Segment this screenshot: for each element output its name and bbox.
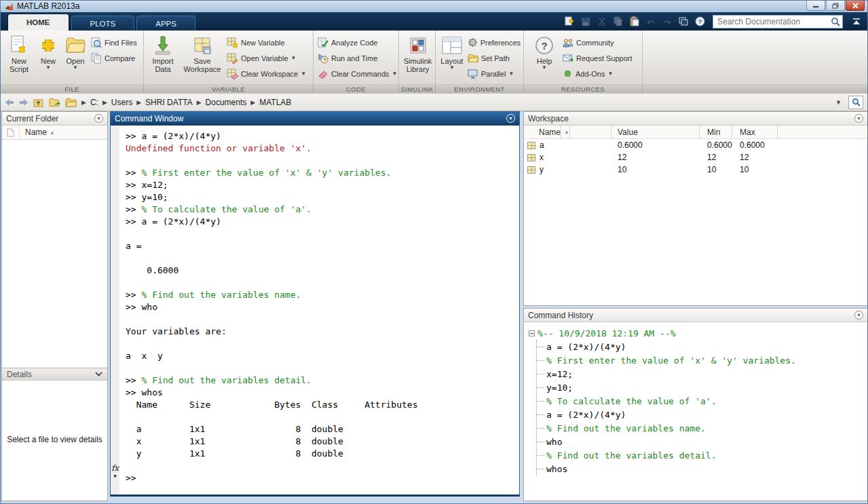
- browse-folder-icon[interactable]: [49, 98, 60, 107]
- fx-function-hints-icon[interactable]: fx▼: [111, 465, 119, 480]
- history-command-row[interactable]: % First enter the value of 'x' & 'y' var…: [537, 353, 867, 367]
- parallel-monitor-icon: [468, 69, 478, 79]
- history-command-row[interactable]: % Find out the variables name.: [537, 421, 867, 435]
- breadcrumb-item[interactable]: Documents: [206, 98, 247, 107]
- up-one-level-icon[interactable]: [33, 98, 44, 107]
- open-button[interactable]: Open ▼: [63, 34, 88, 71]
- command-window-line: Your variables are:: [126, 326, 518, 338]
- command-window-line: >> % Find out the variables name.: [126, 289, 518, 301]
- search-icon: [852, 98, 861, 106]
- panel-menu-icon[interactable]: ▼: [506, 114, 515, 123]
- command-window-line: Undefined function or variable 'x'.: [126, 142, 518, 155]
- breadcrumb-separator-icon: ▶: [102, 99, 107, 106]
- search-icon[interactable]: [831, 17, 840, 26]
- details-header[interactable]: Details: [2, 368, 107, 381]
- tab-apps[interactable]: APPS: [136, 16, 195, 31]
- save-icon[interactable]: [580, 16, 592, 27]
- breadcrumb-item[interactable]: Users: [111, 98, 132, 107]
- close-button[interactable]: [846, 1, 865, 11]
- redo-icon[interactable]: [661, 16, 673, 27]
- current-folder-column-header[interactable]: Name ▲: [2, 125, 107, 140]
- history-command-row[interactable]: y=10;: [537, 381, 867, 394]
- workspace-row[interactable]: x121212: [524, 151, 867, 163]
- restore-button[interactable]: [826, 1, 845, 11]
- forward-icon[interactable]: [19, 98, 29, 106]
- clear-workspace-button[interactable]: Clear Workspace ▼: [227, 68, 306, 79]
- command-history-lines: %-- 10/9/2018 12:19 AM --%a = (2*x)/(4*y…: [524, 322, 867, 501]
- current-folder-icon: [65, 98, 77, 107]
- compare-button[interactable]: Compare: [91, 52, 137, 64]
- preferences-button[interactable]: Preferences: [468, 37, 521, 48]
- cut-icon[interactable]: [596, 16, 608, 27]
- current-folder-file-list[interactable]: [2, 140, 107, 368]
- command-window-body[interactable]: >> a = (2*x)/(4*y)Undefined function or …: [111, 125, 519, 495]
- set-path-button[interactable]: Set Path: [468, 52, 521, 64]
- parallel-button[interactable]: Parallel ▼: [468, 68, 521, 79]
- workspace-column-headers[interactable]: Name▲ Value Min Max: [524, 125, 867, 139]
- save-workspace-button[interactable]: Save Workspace: [181, 34, 223, 73]
- clear-commands-button[interactable]: Clear Commands ▼: [318, 68, 398, 79]
- panel-menu-icon[interactable]: ▼: [854, 311, 863, 319]
- workspace-row[interactable]: a0.60000.60000.6000: [524, 139, 867, 151]
- history-command-row[interactable]: who: [537, 435, 867, 448]
- help-icon[interactable]: ?: [694, 16, 706, 27]
- add-ons-button[interactable]: Add-Ons ▼: [563, 68, 633, 79]
- request-support-button[interactable]: Request Support: [563, 52, 633, 64]
- search-input[interactable]: [717, 17, 831, 26]
- workspace-variable-list: a0.60000.60000.6000x121212y101010: [524, 139, 867, 305]
- minimize-button[interactable]: [806, 1, 825, 11]
- breadcrumb-item[interactable]: SHRI DATTA: [145, 98, 193, 107]
- new-variable-button[interactable]: New Variable: [227, 37, 306, 48]
- new-script-icon[interactable]: [563, 16, 575, 27]
- help-button[interactable]: ? Help ▼: [533, 34, 555, 71]
- history-session-row[interactable]: %-- 10/9/2018 12:19 AM --%: [529, 326, 867, 340]
- variable-grid-icon: [527, 154, 535, 161]
- section-label-resources: RESOURCES: [524, 85, 643, 94]
- history-command-row[interactable]: whos: [537, 462, 867, 476]
- switch-windows-icon[interactable]: [677, 16, 690, 27]
- find-files-button[interactable]: Find Files: [91, 37, 137, 48]
- clear-commands-icon: [318, 69, 328, 79]
- panel-menu-icon[interactable]: ▼: [854, 114, 863, 123]
- undo-icon[interactable]: [645, 16, 657, 27]
- chevron-down-icon: [95, 372, 102, 376]
- workspace-row[interactable]: y101010: [524, 163, 867, 176]
- history-command-row[interactable]: % To calculate the value of 'a'.: [537, 394, 867, 408]
- new-button[interactable]: New ▼: [37, 34, 60, 71]
- section-label-file: FILE: [1, 85, 144, 94]
- breadcrumb-item[interactable]: MATLAB: [259, 98, 291, 107]
- chevron-down-icon: ▼: [392, 71, 398, 77]
- history-command-row[interactable]: a = (2*x)/(4*y): [537, 340, 867, 353]
- title-bar: MATLAB R2013a: [1, 1, 867, 12]
- ribbon-section-resources: ? Help ▼ Community Request Support Add-O…: [524, 31, 643, 84]
- chevron-down-icon: ▼: [508, 71, 514, 77]
- section-label-simulink: SIMULINK: [399, 85, 436, 94]
- collapse-minus-icon[interactable]: [529, 330, 535, 336]
- matlab-logo-icon: [5, 2, 14, 11]
- breadcrumb: ▶C:▶Users▶SHRI DATTA▶Documents▶MATLAB: [81, 98, 291, 107]
- panel-menu-icon[interactable]: ▼: [94, 114, 103, 123]
- history-command-row[interactable]: a = (2*x)/(4*y): [537, 408, 867, 421]
- tab-home[interactable]: HOME: [7, 14, 69, 31]
- address-dropdown-icon[interactable]: ▼: [835, 100, 842, 105]
- command-window-line: y 1x1 8 double: [126, 448, 518, 460]
- simulink-library-button[interactable]: Simulink Library: [403, 34, 432, 73]
- breadcrumb-item[interactable]: C:: [90, 98, 98, 107]
- minimize-toolstrip-icon[interactable]: [850, 16, 863, 28]
- new-script-button[interactable]: New Script: [5, 34, 33, 73]
- history-command-row[interactable]: % Find out the variables detail.: [537, 448, 867, 462]
- paste-icon[interactable]: [628, 16, 641, 27]
- search-folder-button[interactable]: [848, 96, 863, 109]
- analyze-code-button[interactable]: Analyze Code: [318, 37, 398, 48]
- run-and-time-icon: [318, 53, 328, 64]
- import-data-button[interactable]: Import Data: [148, 34, 178, 73]
- tab-plots[interactable]: PLOTS: [71, 16, 135, 31]
- run-and-time-button[interactable]: Run and Time: [318, 52, 398, 64]
- back-icon[interactable]: [5, 98, 14, 106]
- command-window-line: [126, 460, 518, 472]
- layout-button[interactable]: Layout ▼: [440, 34, 464, 71]
- open-variable-button[interactable]: Open Variable ▼: [227, 52, 306, 64]
- history-command-row[interactable]: x=12;: [537, 367, 867, 381]
- community-button[interactable]: Community: [563, 37, 633, 48]
- copy-icon[interactable]: [612, 16, 624, 27]
